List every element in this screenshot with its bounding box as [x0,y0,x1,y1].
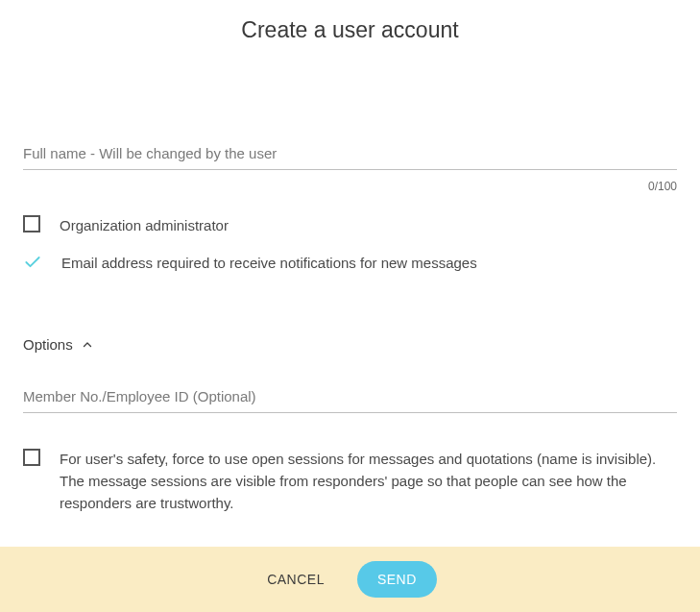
force-open-sessions-label: For user's safety, force to use open ses… [60,448,677,515]
org-admin-label: Organization administrator [60,214,229,236]
cancel-button[interactable]: CANCEL [263,562,328,597]
email-required-row: Email address required to receive notifi… [23,244,677,282]
force-open-sessions-checkbox[interactable] [23,449,40,466]
org-admin-row: Organization administrator [23,207,677,244]
full-name-char-counter: 0/100 [23,176,677,195]
send-button[interactable]: SEND [357,561,437,598]
member-no-field-wrapper [23,382,677,413]
member-no-input[interactable] [23,382,677,413]
full-name-input[interactable] [23,139,677,170]
chevron-up-icon [79,336,96,354]
page-title: Create a user account [23,0,677,51]
options-section-label: Options [23,336,73,353]
full-name-field-wrapper [23,139,677,170]
email-required-label: Email address required to receive notifi… [61,252,477,274]
org-admin-checkbox[interactable] [23,215,40,233]
options-section-toggle[interactable]: Options [23,336,677,354]
check-icon [23,253,42,272]
action-bar: CANCEL SEND [0,547,700,612]
force-open-sessions-row: For user's safety, force to use open ses… [23,440,677,523]
